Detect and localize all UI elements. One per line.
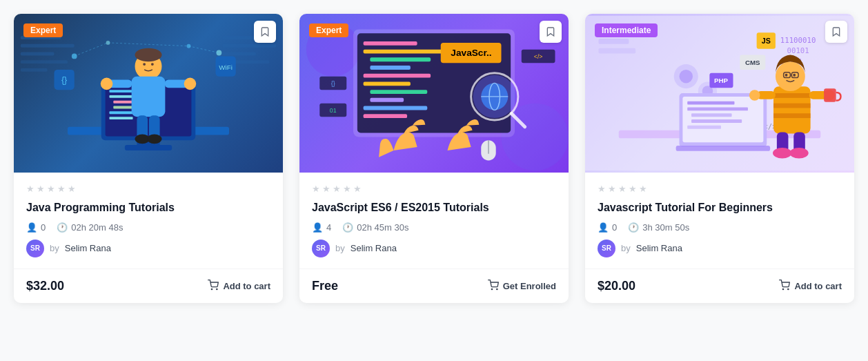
star-5: ★ bbox=[68, 184, 76, 194]
svg-rect-11 bbox=[125, 145, 172, 150]
course-duration: 🕐 02h 45m 30s bbox=[342, 222, 408, 233]
course-title: Javascript Tutorial For Beginners bbox=[598, 201, 842, 215]
rating-stars: ★★★★★ bbox=[312, 184, 556, 194]
star-4: ★ bbox=[57, 184, 66, 194]
get-enrolled-button[interactable]: Get Enrolled bbox=[488, 280, 556, 293]
svg-text:WiFi: WiFi bbox=[219, 64, 233, 71]
svg-point-123 bbox=[773, 148, 791, 159]
user-icon: 👤 bbox=[312, 222, 323, 233]
course-duration: 🕐 02h 20m 48s bbox=[57, 222, 123, 233]
course-title: Java Programming Tutorials bbox=[26, 201, 270, 215]
author-avatar: SR bbox=[598, 240, 615, 257]
add-to-cart-button[interactable]: Add to cart bbox=[779, 280, 842, 293]
cart-icon bbox=[208, 280, 219, 293]
svg-rect-6 bbox=[222, 44, 276, 48]
course-thumbnail: Expert bbox=[14, 14, 283, 173]
course-thumbnail: Intermediate 11100010 00101 11101 bbox=[585, 14, 854, 173]
svg-point-125 bbox=[783, 289, 784, 289]
student-number: 4 bbox=[326, 222, 331, 233]
star-1: ★ bbox=[26, 184, 34, 194]
course-price: Free bbox=[312, 279, 338, 293]
student-count: 👤 4 bbox=[312, 222, 331, 233]
student-number: 0 bbox=[41, 222, 46, 233]
course-meta: 👤 4 🕐 02h 45m 30s bbox=[312, 222, 556, 233]
student-count: 👤 0 bbox=[26, 222, 46, 233]
difficulty-badge: Expert bbox=[309, 23, 348, 37]
svg-rect-52 bbox=[370, 57, 431, 61]
add-to-cart-button[interactable]: Add to cart bbox=[208, 280, 270, 293]
user-icon: 👤 bbox=[598, 222, 609, 233]
bookmark-button[interactable] bbox=[825, 21, 847, 43]
svg-rect-58 bbox=[364, 106, 428, 110]
star-3: ★ bbox=[333, 184, 341, 194]
svg-rect-4 bbox=[21, 68, 48, 72]
svg-point-86 bbox=[680, 70, 693, 84]
svg-point-111 bbox=[785, 74, 788, 77]
card-body: ★★★★★ JavaScript ES6 / ES2015 Tutorials … bbox=[299, 173, 569, 269]
svg-line-41 bbox=[75, 43, 108, 57]
course-illustration: 11100010 00101 11101 JS PHP CMS C:/ </> bbox=[585, 14, 854, 173]
svg-rect-101 bbox=[687, 107, 748, 110]
svg-line-43 bbox=[189, 46, 219, 53]
star-4: ★ bbox=[343, 184, 351, 194]
svg-rect-107 bbox=[773, 93, 811, 98]
course-thumbnail: Expert bbox=[299, 14, 569, 173]
author-name: Selim Rana bbox=[351, 243, 397, 253]
cart-icon bbox=[488, 280, 499, 293]
author-by-label: by bbox=[335, 243, 345, 253]
action-label: Get Enrolled bbox=[503, 281, 556, 291]
svg-point-25 bbox=[184, 78, 197, 90]
svg-rect-105 bbox=[676, 146, 771, 151]
svg-rect-55 bbox=[364, 81, 411, 86]
star-2: ★ bbox=[608, 184, 616, 194]
svg-point-28 bbox=[135, 48, 162, 62]
svg-point-76 bbox=[491, 289, 492, 289]
svg-rect-57 bbox=[370, 98, 404, 102]
svg-rect-3 bbox=[21, 60, 68, 64]
svg-text:11100010: 11100010 bbox=[780, 36, 816, 45]
svg-rect-2 bbox=[21, 52, 55, 56]
card-body: ★★★★★ Java Programming Tutorials 👤 0 🕐 0… bbox=[14, 173, 283, 269]
svg-rect-19 bbox=[109, 117, 132, 119]
svg-rect-104 bbox=[687, 126, 721, 129]
svg-text:</>: </> bbox=[534, 53, 543, 60]
action-label: Add to cart bbox=[794, 281, 842, 291]
svg-point-26 bbox=[143, 63, 146, 66]
svg-line-42 bbox=[108, 43, 189, 46]
rating-stars: ★★★★★ bbox=[26, 184, 270, 194]
svg-point-124 bbox=[789, 148, 808, 159]
author-by-label: by bbox=[621, 243, 631, 253]
bookmark-button[interactable] bbox=[254, 21, 276, 43]
course-title: JavaScript ES6 / ES2015 Tutorials bbox=[312, 201, 556, 215]
svg-rect-103 bbox=[691, 119, 742, 123]
cart-icon bbox=[779, 280, 790, 293]
course-author: SR by Selim Rana bbox=[598, 240, 842, 257]
card-footer: Free Get Enrolled bbox=[299, 269, 569, 303]
svg-text:CMS: CMS bbox=[745, 59, 760, 66]
svg-rect-56 bbox=[370, 90, 427, 94]
clock-icon: 🕐 bbox=[342, 222, 353, 233]
student-number: 0 bbox=[612, 222, 617, 233]
svg-rect-59 bbox=[364, 114, 407, 118]
author-avatar: SR bbox=[26, 240, 44, 257]
course-duration: 🕐 3h 30m 50s bbox=[628, 222, 689, 233]
svg-rect-1 bbox=[21, 44, 75, 48]
svg-point-112 bbox=[793, 74, 796, 77]
svg-rect-21 bbox=[132, 77, 166, 117]
svg-rect-51 bbox=[364, 50, 444, 54]
star-2: ★ bbox=[37, 184, 45, 194]
star-3: ★ bbox=[47, 184, 55, 194]
card-footer: $32.00 Add to cart bbox=[14, 269, 283, 303]
author-avatar: SR bbox=[312, 240, 330, 257]
bookmark-button[interactable] bbox=[540, 21, 562, 43]
course-card-3: Intermediate 11100010 00101 11101 bbox=[585, 14, 854, 303]
svg-point-24 bbox=[101, 78, 113, 90]
rating-stars: ★★★★★ bbox=[598, 184, 842, 194]
course-meta: 👤 0 🕐 3h 30m 50s bbox=[598, 222, 842, 233]
svg-rect-109 bbox=[773, 113, 811, 118]
card-body: ★★★★★ Javascript Tutorial For Beginners … bbox=[585, 173, 854, 269]
svg-text:JavaScr..: JavaScr.. bbox=[451, 48, 491, 58]
star-1: ★ bbox=[312, 184, 320, 194]
svg-point-118 bbox=[749, 90, 760, 101]
clock-icon: 🕐 bbox=[57, 222, 68, 233]
